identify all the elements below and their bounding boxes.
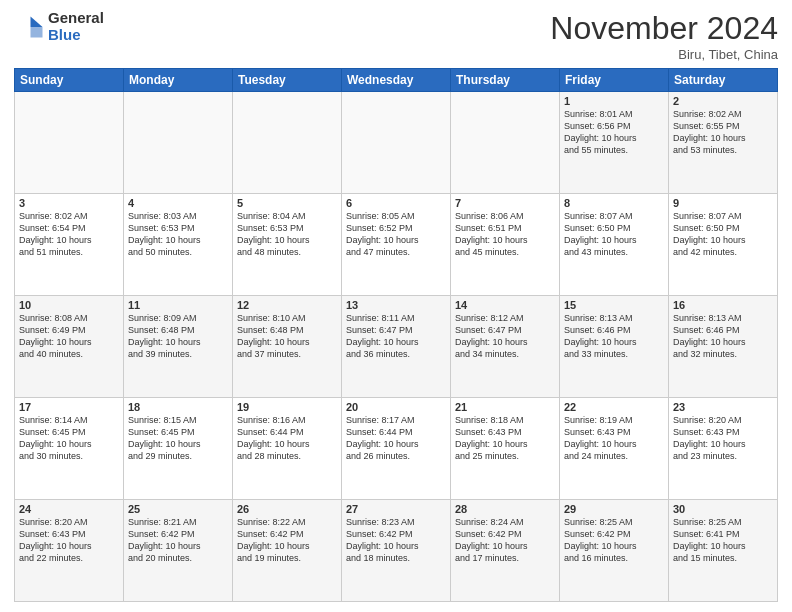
calendar-cell: 5Sunrise: 8:04 AM Sunset: 6:53 PM Daylig… bbox=[233, 194, 342, 296]
calendar-cell: 13Sunrise: 8:11 AM Sunset: 6:47 PM Dayli… bbox=[342, 296, 451, 398]
logo: General Blue bbox=[14, 10, 104, 43]
day-info: Sunrise: 8:10 AM Sunset: 6:48 PM Dayligh… bbox=[237, 312, 337, 361]
day-number: 26 bbox=[237, 503, 337, 515]
day-info: Sunrise: 8:02 AM Sunset: 6:54 PM Dayligh… bbox=[19, 210, 119, 259]
day-info: Sunrise: 8:23 AM Sunset: 6:42 PM Dayligh… bbox=[346, 516, 446, 565]
day-header-sunday: Sunday bbox=[15, 69, 124, 92]
logo-blue-text: Blue bbox=[48, 27, 104, 44]
day-info: Sunrise: 8:19 AM Sunset: 6:43 PM Dayligh… bbox=[564, 414, 664, 463]
calendar-cell: 4Sunrise: 8:03 AM Sunset: 6:53 PM Daylig… bbox=[124, 194, 233, 296]
calendar-table: SundayMondayTuesdayWednesdayThursdayFrid… bbox=[14, 68, 778, 602]
page: General Blue November 2024 Biru, Tibet, … bbox=[0, 0, 792, 612]
calendar-cell bbox=[124, 92, 233, 194]
day-info: Sunrise: 8:20 AM Sunset: 6:43 PM Dayligh… bbox=[673, 414, 773, 463]
day-number: 15 bbox=[564, 299, 664, 311]
calendar-cell: 11Sunrise: 8:09 AM Sunset: 6:48 PM Dayli… bbox=[124, 296, 233, 398]
calendar-cell bbox=[233, 92, 342, 194]
day-info: Sunrise: 8:16 AM Sunset: 6:44 PM Dayligh… bbox=[237, 414, 337, 463]
calendar-cell: 21Sunrise: 8:18 AM Sunset: 6:43 PM Dayli… bbox=[451, 398, 560, 500]
calendar-cell: 1Sunrise: 8:01 AM Sunset: 6:56 PM Daylig… bbox=[560, 92, 669, 194]
day-number: 19 bbox=[237, 401, 337, 413]
day-info: Sunrise: 8:09 AM Sunset: 6:48 PM Dayligh… bbox=[128, 312, 228, 361]
day-number: 22 bbox=[564, 401, 664, 413]
day-number: 29 bbox=[564, 503, 664, 515]
day-number: 8 bbox=[564, 197, 664, 209]
logo-icon bbox=[14, 12, 44, 42]
calendar-cell: 10Sunrise: 8:08 AM Sunset: 6:49 PM Dayli… bbox=[15, 296, 124, 398]
day-number: 30 bbox=[673, 503, 773, 515]
calendar-cell: 18Sunrise: 8:15 AM Sunset: 6:45 PM Dayli… bbox=[124, 398, 233, 500]
calendar-cell: 7Sunrise: 8:06 AM Sunset: 6:51 PM Daylig… bbox=[451, 194, 560, 296]
day-info: Sunrise: 8:25 AM Sunset: 6:41 PM Dayligh… bbox=[673, 516, 773, 565]
day-number: 23 bbox=[673, 401, 773, 413]
logo-text: General Blue bbox=[48, 10, 104, 43]
day-header-thursday: Thursday bbox=[451, 69, 560, 92]
day-info: Sunrise: 8:06 AM Sunset: 6:51 PM Dayligh… bbox=[455, 210, 555, 259]
day-number: 14 bbox=[455, 299, 555, 311]
day-header-tuesday: Tuesday bbox=[233, 69, 342, 92]
day-number: 5 bbox=[237, 197, 337, 209]
day-number: 11 bbox=[128, 299, 228, 311]
calendar-cell: 3Sunrise: 8:02 AM Sunset: 6:54 PM Daylig… bbox=[15, 194, 124, 296]
svg-marker-0 bbox=[31, 16, 43, 27]
day-info: Sunrise: 8:17 AM Sunset: 6:44 PM Dayligh… bbox=[346, 414, 446, 463]
week-row-3: 10Sunrise: 8:08 AM Sunset: 6:49 PM Dayli… bbox=[15, 296, 778, 398]
week-row-2: 3Sunrise: 8:02 AM Sunset: 6:54 PM Daylig… bbox=[15, 194, 778, 296]
day-number: 3 bbox=[19, 197, 119, 209]
day-number: 7 bbox=[455, 197, 555, 209]
day-header-friday: Friday bbox=[560, 69, 669, 92]
day-header-monday: Monday bbox=[124, 69, 233, 92]
day-info: Sunrise: 8:22 AM Sunset: 6:42 PM Dayligh… bbox=[237, 516, 337, 565]
day-number: 18 bbox=[128, 401, 228, 413]
day-number: 6 bbox=[346, 197, 446, 209]
calendar-cell: 6Sunrise: 8:05 AM Sunset: 6:52 PM Daylig… bbox=[342, 194, 451, 296]
week-row-1: 1Sunrise: 8:01 AM Sunset: 6:56 PM Daylig… bbox=[15, 92, 778, 194]
logo-general-text: General bbox=[48, 10, 104, 27]
day-number: 4 bbox=[128, 197, 228, 209]
day-info: Sunrise: 8:12 AM Sunset: 6:47 PM Dayligh… bbox=[455, 312, 555, 361]
calendar-cell bbox=[15, 92, 124, 194]
day-info: Sunrise: 8:13 AM Sunset: 6:46 PM Dayligh… bbox=[564, 312, 664, 361]
day-number: 21 bbox=[455, 401, 555, 413]
day-info: Sunrise: 8:25 AM Sunset: 6:42 PM Dayligh… bbox=[564, 516, 664, 565]
day-info: Sunrise: 8:11 AM Sunset: 6:47 PM Dayligh… bbox=[346, 312, 446, 361]
day-number: 13 bbox=[346, 299, 446, 311]
calendar-cell: 20Sunrise: 8:17 AM Sunset: 6:44 PM Dayli… bbox=[342, 398, 451, 500]
day-info: Sunrise: 8:14 AM Sunset: 6:45 PM Dayligh… bbox=[19, 414, 119, 463]
calendar-cell: 29Sunrise: 8:25 AM Sunset: 6:42 PM Dayli… bbox=[560, 500, 669, 602]
day-info: Sunrise: 8:18 AM Sunset: 6:43 PM Dayligh… bbox=[455, 414, 555, 463]
day-info: Sunrise: 8:15 AM Sunset: 6:45 PM Dayligh… bbox=[128, 414, 228, 463]
day-info: Sunrise: 8:24 AM Sunset: 6:42 PM Dayligh… bbox=[455, 516, 555, 565]
day-number: 28 bbox=[455, 503, 555, 515]
day-number: 25 bbox=[128, 503, 228, 515]
day-info: Sunrise: 8:08 AM Sunset: 6:49 PM Dayligh… bbox=[19, 312, 119, 361]
title-block: November 2024 Biru, Tibet, China bbox=[550, 10, 778, 62]
day-info: Sunrise: 8:21 AM Sunset: 6:42 PM Dayligh… bbox=[128, 516, 228, 565]
calendar-cell: 9Sunrise: 8:07 AM Sunset: 6:50 PM Daylig… bbox=[669, 194, 778, 296]
day-number: 12 bbox=[237, 299, 337, 311]
calendar-cell: 25Sunrise: 8:21 AM Sunset: 6:42 PM Dayli… bbox=[124, 500, 233, 602]
day-number: 20 bbox=[346, 401, 446, 413]
calendar-cell: 17Sunrise: 8:14 AM Sunset: 6:45 PM Dayli… bbox=[15, 398, 124, 500]
calendar-cell: 24Sunrise: 8:20 AM Sunset: 6:43 PM Dayli… bbox=[15, 500, 124, 602]
day-info: Sunrise: 8:07 AM Sunset: 6:50 PM Dayligh… bbox=[564, 210, 664, 259]
calendar-header-row: SundayMondayTuesdayWednesdayThursdayFrid… bbox=[15, 69, 778, 92]
calendar-cell: 30Sunrise: 8:25 AM Sunset: 6:41 PM Dayli… bbox=[669, 500, 778, 602]
location: Biru, Tibet, China bbox=[550, 47, 778, 62]
calendar-cell: 19Sunrise: 8:16 AM Sunset: 6:44 PM Dayli… bbox=[233, 398, 342, 500]
day-number: 9 bbox=[673, 197, 773, 209]
calendar-cell: 28Sunrise: 8:24 AM Sunset: 6:42 PM Dayli… bbox=[451, 500, 560, 602]
day-info: Sunrise: 8:05 AM Sunset: 6:52 PM Dayligh… bbox=[346, 210, 446, 259]
svg-marker-1 bbox=[31, 27, 43, 38]
calendar-cell: 2Sunrise: 8:02 AM Sunset: 6:55 PM Daylig… bbox=[669, 92, 778, 194]
day-info: Sunrise: 8:01 AM Sunset: 6:56 PM Dayligh… bbox=[564, 108, 664, 157]
day-info: Sunrise: 8:20 AM Sunset: 6:43 PM Dayligh… bbox=[19, 516, 119, 565]
calendar-cell: 22Sunrise: 8:19 AM Sunset: 6:43 PM Dayli… bbox=[560, 398, 669, 500]
day-info: Sunrise: 8:03 AM Sunset: 6:53 PM Dayligh… bbox=[128, 210, 228, 259]
calendar-cell bbox=[451, 92, 560, 194]
day-number: 24 bbox=[19, 503, 119, 515]
day-info: Sunrise: 8:02 AM Sunset: 6:55 PM Dayligh… bbox=[673, 108, 773, 157]
calendar-cell: 27Sunrise: 8:23 AM Sunset: 6:42 PM Dayli… bbox=[342, 500, 451, 602]
calendar-cell: 8Sunrise: 8:07 AM Sunset: 6:50 PM Daylig… bbox=[560, 194, 669, 296]
calendar-cell bbox=[342, 92, 451, 194]
